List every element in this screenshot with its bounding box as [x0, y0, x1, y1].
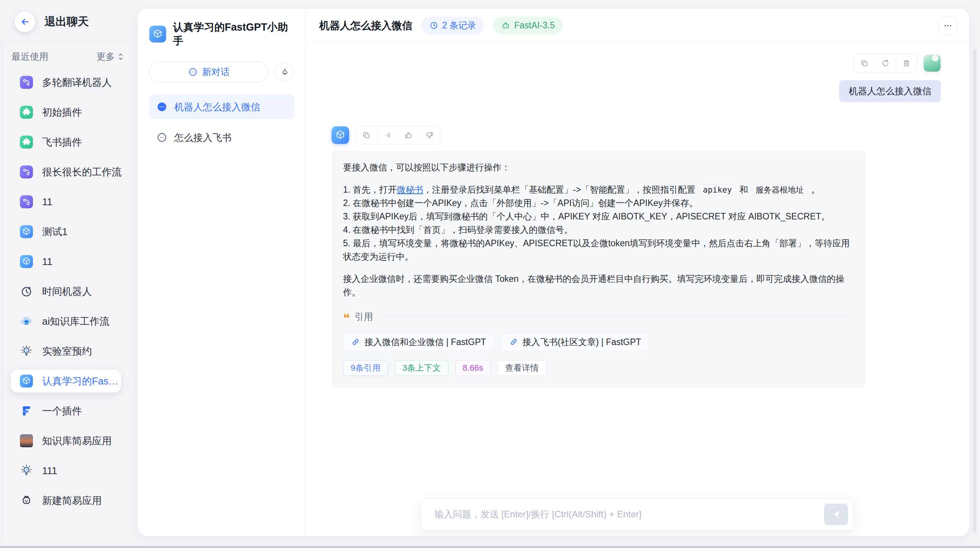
sidebar-item-label: 初始插件	[42, 106, 82, 119]
bulb-icon	[20, 345, 33, 358]
inline-code: apikey	[699, 185, 736, 195]
sort-icon	[118, 52, 124, 61]
back-arrow-icon[interactable]	[15, 11, 35, 32]
page-scrollbar[interactable]	[973, 49, 977, 532]
quote-icon: ❝	[343, 312, 350, 324]
new-chat-button[interactable]: 新对话	[149, 62, 268, 82]
conversation-panel: 认真学习的FastGPT小助手 新对话 机器人怎么接入微信怎么接入飞书	[138, 9, 305, 536]
chat-title: 机器人怎么接入微信	[319, 19, 412, 33]
sidebar: 退出聊天 最近使用 更多 多轮翻译机器人初始插件飞书插件很长很长的工作流11测试…	[0, 0, 138, 548]
sidebar-item-label: 111	[42, 465, 57, 477]
robot-icon	[501, 21, 510, 30]
delete-icon[interactable]	[896, 54, 917, 72]
inline-link[interactable]: 微秘书	[397, 185, 423, 195]
sidebar-item-zhishiku-app[interactable]: 知识库简易应用	[0, 426, 138, 456]
read-aloud-icon[interactable]	[377, 126, 398, 144]
sidebar-item-feishu-chajian[interactable]: 飞书插件	[0, 127, 138, 157]
sidebar-item-shijian-robot[interactable]: 时间机器人	[0, 276, 138, 306]
retry-icon[interactable]	[875, 54, 896, 72]
recent-used-label: 最近使用	[11, 51, 48, 63]
sidebar-item-ceshi1[interactable]: 测试1	[0, 217, 138, 247]
sidebar-item-chushi-chajian[interactable]: 初始插件	[0, 97, 138, 127]
clear-history-button[interactable]	[275, 62, 294, 82]
response-tag-green[interactable]: 3条上下文	[395, 360, 448, 376]
sidebar-item-label: 11	[42, 256, 52, 268]
inline-code: 服务器根地址	[752, 185, 808, 195]
cube-icon	[20, 225, 33, 238]
response-tag-blue[interactable]: 9条引用	[343, 360, 388, 376]
assistant-step: 4. 在微秘书中找到「首页」，扫码登录需要接入的微信号。	[343, 223, 854, 237]
sidebar-item-label: ai知识库工作流	[42, 315, 109, 328]
assistant-message: 要接入微信，可以按照以下步骤进行操作： 1. 首先，打开微秘书，注册登录后找到菜…	[332, 126, 941, 388]
model-badge[interactable]: FastAI-3.5	[493, 17, 563, 34]
link-icon	[509, 337, 518, 347]
window-bottom-edge	[0, 546, 980, 548]
link-icon	[351, 337, 360, 347]
sidebar-item-duolun-fanyi[interactable]: 多轮翻译机器人	[0, 67, 138, 97]
sidebar-item-henchang-workflow[interactable]: 很长很长的工作流	[0, 157, 138, 187]
sidebar-item-11-cube[interactable]: 11	[0, 247, 138, 276]
quote-label: 引用	[354, 310, 373, 324]
workflow-icon	[20, 165, 33, 178]
kb-icon	[20, 315, 33, 328]
copy-icon[interactable]	[356, 126, 377, 144]
clock-icon	[430, 21, 438, 30]
conversation-item-1[interactable]: 怎么接入飞书	[149, 125, 294, 150]
copy-icon[interactable]	[854, 54, 875, 72]
citation-chip-0[interactable]: 接入微信和企业微信 | FastGPT	[343, 333, 494, 351]
cube-icon	[20, 375, 33, 388]
chat-bubble-icon	[188, 67, 198, 77]
assistant-intro: 要接入微信，可以按照以下步骤进行操作：	[343, 161, 854, 174]
conversation-label: 怎么接入飞书	[174, 131, 232, 144]
sidebar-item-label: 新建简易应用	[42, 494, 102, 507]
clock-icon	[20, 285, 33, 298]
records-badge[interactable]: 2 条记录	[421, 17, 484, 34]
citation-label: 接入飞书(社区文章) | FastGPT	[523, 335, 641, 349]
sidebar-item-yige-chajian[interactable]: 一个插件	[0, 396, 138, 426]
quote-section: ❝ 引用	[343, 310, 854, 324]
plugin-icon	[20, 106, 33, 119]
sidebar-item-111[interactable]: 111	[0, 456, 138, 486]
user-message: 机器人怎么接入微信	[332, 54, 941, 102]
workflow-icon	[20, 76, 33, 89]
sidebar-item-label: 时间机器人	[42, 285, 92, 298]
sidebar-item-shiyanshi[interactable]: 实验室预约	[0, 336, 138, 366]
app-title: 认真学习的FastGPT小助手	[173, 20, 294, 48]
conversation-item-0[interactable]: 机器人怎么接入微信	[149, 95, 294, 119]
message-input[interactable]	[434, 509, 824, 520]
send-button[interactable]	[824, 504, 848, 525]
thumbs-up-icon[interactable]	[398, 126, 419, 144]
exit-chat-label: 退出聊天	[44, 14, 89, 29]
more-button[interactable]: 更多	[96, 51, 124, 63]
citation-chip-1[interactable]: 接入飞书(社区文章) | FastGPT	[501, 333, 649, 351]
assistant-step: 1. 首先，打开微秘书，注册登录后找到菜单栏「基础配置」->「智能配置」，按照指…	[343, 183, 854, 196]
thumbs-down-icon[interactable]	[419, 126, 440, 144]
chat-more-button[interactable]	[939, 16, 957, 35]
response-tag-gray[interactable]: 查看详情	[497, 360, 546, 376]
app-head: 认真学习的FastGPT小助手	[149, 20, 294, 48]
app-cube-icon	[149, 26, 166, 43]
message-input-card	[421, 498, 854, 530]
assistant-message-actions	[355, 126, 440, 144]
assistant-avatar	[332, 126, 349, 144]
tag-list: 9条引用3条上下文8.66s查看详情	[343, 360, 854, 376]
sidebar-item-label: 多轮翻译机器人	[42, 76, 112, 89]
workflow-icon	[20, 195, 33, 208]
sidebar-scroll-track	[2, 43, 3, 541]
sidebar-item-ai-zhishiku[interactable]: ai知识库工作流	[0, 306, 138, 336]
sidebar-item-11-workflow[interactable]: 11	[0, 187, 138, 217]
bulb-icon	[20, 464, 33, 477]
exit-chat-button[interactable]: 退出聊天	[0, 0, 138, 32]
sidebar-item-fastgpt-helper[interactable]: 认真学习的FastGPT...	[11, 370, 121, 393]
chat-panel: 机器人怎么接入微信 2 条记录 FastAI-3.5	[305, 9, 969, 536]
chat-header: 机器人怎么接入微信 2 条记录 FastAI-3.5	[305, 9, 969, 43]
sidebar-item-xinjian-app[interactable]: 新建简易应用	[0, 486, 138, 515]
response-tag-purple[interactable]: 8.66s	[455, 360, 491, 376]
main-card: 认真学习的FastGPT小助手 新对话 机器人怎么接入微信怎么接入飞书 机器人怎…	[138, 9, 969, 536]
assistant-step: 5. 最后，填写环境变量，将微秘书的APIKey、APISECRET以及企微to…	[343, 237, 854, 263]
plugin-icon	[20, 136, 33, 149]
user-avatar	[923, 54, 941, 72]
fplugin-icon	[20, 404, 33, 417]
sidebar-item-label: 知识库简易应用	[42, 434, 112, 448]
assistant-message-card: 要接入微信，可以按照以下步骤进行操作： 1. 首先，打开微秘书，注册登录后找到菜…	[332, 150, 866, 388]
